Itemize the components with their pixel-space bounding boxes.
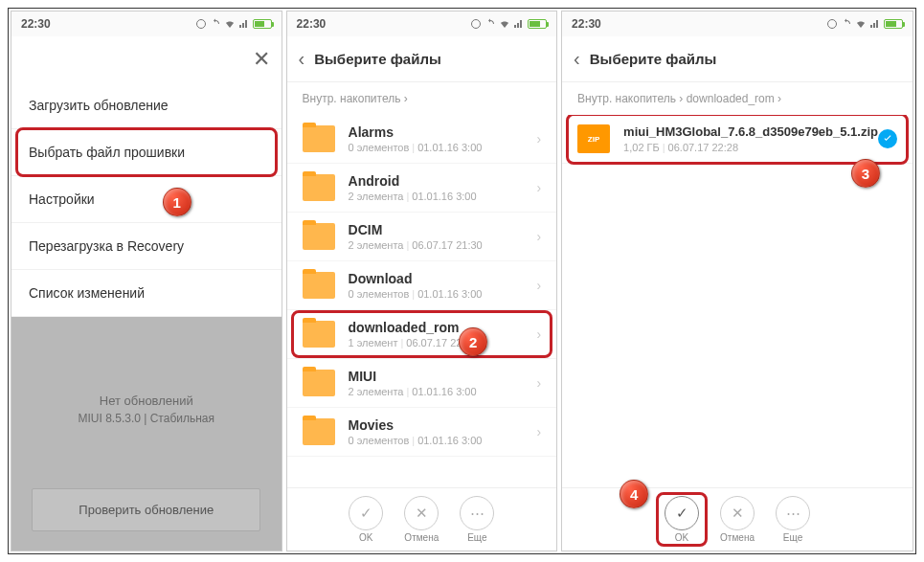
breadcrumb[interactable]: Внутр. накопитель › xyxy=(287,82,557,115)
cancel-button[interactable]: ✕Отмена xyxy=(713,496,761,543)
status-icons xyxy=(826,18,903,30)
folder-alarms[interactable]: Alarms0 элементов|01.01.16 3:00› xyxy=(287,115,557,164)
folder-icon xyxy=(303,321,335,348)
no-updates-subtitle: MIUI 8.5.3.0 | Стабильная xyxy=(79,412,214,425)
status-time: 22:30 xyxy=(572,17,601,31)
chevron-right-icon: › xyxy=(536,229,541,244)
dnd-icon xyxy=(195,18,207,30)
status-icons xyxy=(470,18,547,30)
file-picker-title: Выберите файлы xyxy=(590,51,717,67)
close-icon: ✕ xyxy=(404,496,439,530)
chevron-right-icon: › xyxy=(536,424,541,439)
menu-changelog[interactable]: Список изменений xyxy=(11,270,282,317)
folder-list: Alarms0 элементов|01.01.16 3:00› Android… xyxy=(287,115,557,487)
chevron-right-icon: › xyxy=(536,375,541,391)
folder-icon xyxy=(303,418,335,445)
chevron-right-icon: › xyxy=(536,131,541,146)
menu-reboot-recovery[interactable]: Перезагрузка в Recovery xyxy=(11,223,282,270)
folder-icon xyxy=(303,272,335,299)
no-updates-block: Нет обновлений MIUI 8.5.3.0 | Стабильная xyxy=(79,393,214,425)
bottom-actions: ✓OK ✕Отмена ⋯Еще xyxy=(287,487,557,551)
menu-settings[interactable]: Настройки xyxy=(11,176,282,223)
close-icon[interactable]: ✕ xyxy=(253,47,270,72)
menu-list: Загрузить обновление Выбрать файл прошив… xyxy=(11,82,282,317)
file-zip-firmware[interactable]: ZIP miui_HM3Global_7.6.8_d3509e79eb_5.1.… xyxy=(562,115,913,164)
menu-download-update[interactable]: Загрузить обновление xyxy=(11,82,282,129)
back-icon[interactable]: ‹ xyxy=(299,48,305,70)
battery-icon xyxy=(884,19,903,29)
phone-screen-1: 22:30 ✕ Загрузить обновление Выбрать фай… xyxy=(11,11,282,551)
ok-button[interactable]: ✓OK xyxy=(342,496,390,543)
status-time: 22:30 xyxy=(21,17,51,31)
file-picker-header: ‹ Выберите файлы xyxy=(287,36,557,82)
sync-icon xyxy=(485,18,496,30)
tutorial-composite: 22:30 ✕ Загрузить обновление Выбрать фай… xyxy=(8,8,916,554)
dnd-icon xyxy=(470,18,482,30)
check-icon: ✓ xyxy=(665,496,699,530)
more-icon: ⋯ xyxy=(460,496,494,530)
more-button[interactable]: ⋯Еще xyxy=(453,496,501,543)
menu-header: ✕ xyxy=(11,36,282,82)
signal-icon xyxy=(869,18,881,30)
menu-choose-firmware[interactable]: Выбрать файл прошивки xyxy=(11,129,282,176)
dnd-icon xyxy=(826,18,838,30)
breadcrumb[interactable]: Внутр. накопитель › downloaded_rom › xyxy=(562,82,913,115)
cancel-button[interactable]: ✕Отмена xyxy=(397,496,445,543)
phone-screen-3: 22:30 ‹ Выберите файлы Внутр. накопитель… xyxy=(561,11,913,551)
selected-check-icon xyxy=(878,129,897,148)
back-icon[interactable]: ‹ xyxy=(574,48,580,70)
folder-icon xyxy=(303,125,335,152)
battery-icon xyxy=(253,19,272,29)
folder-list: ZIP miui_HM3Global_7.6.8_d3509e79eb_5.1.… xyxy=(562,115,913,487)
svg-point-2 xyxy=(828,20,837,29)
folder-downloaded-rom[interactable]: downloaded_rom1 элемент|06.07.17 22:27› xyxy=(287,310,557,359)
sync-icon xyxy=(210,18,221,30)
status-time: 22:30 xyxy=(297,17,327,31)
zip-icon: ZIP xyxy=(577,124,610,153)
status-bar: 22:30 xyxy=(562,11,913,36)
battery-icon xyxy=(528,19,547,29)
bottom-actions: ✓ OK ✕Отмена ⋯Еще xyxy=(562,487,913,551)
status-bar: 22:30 xyxy=(11,11,282,36)
file-picker-title: Выберите файлы xyxy=(314,51,441,67)
folder-icon xyxy=(303,174,335,201)
svg-point-0 xyxy=(196,20,205,29)
signal-icon xyxy=(513,18,525,30)
folder-icon xyxy=(303,223,335,250)
update-background: Нет обновлений MIUI 8.5.3.0 | Стабильная… xyxy=(11,317,282,551)
chevron-right-icon: › xyxy=(536,180,541,195)
sync-icon xyxy=(841,18,852,30)
more-icon: ⋯ xyxy=(776,496,810,530)
wifi-icon xyxy=(499,18,510,30)
close-icon: ✕ xyxy=(720,496,755,530)
status-bar: 22:30 xyxy=(287,11,557,36)
signal-icon xyxy=(238,18,250,30)
no-updates-title: Нет обновлений xyxy=(79,393,214,408)
chevron-right-icon: › xyxy=(536,278,541,293)
folder-download[interactable]: Download0 элементов|01.01.16 3:00› xyxy=(287,261,557,310)
folder-dcim[interactable]: DCIM2 элемента|06.07.17 21:30› xyxy=(287,213,557,261)
phone-screen-2: 22:30 ‹ Выберите файлы Внутр. накопитель… xyxy=(286,11,558,551)
folder-miui[interactable]: MIUI2 элемента|01.01.16 3:00› xyxy=(287,359,557,408)
chevron-right-icon: › xyxy=(536,326,541,342)
check-update-button[interactable]: Проверить обновление xyxy=(32,488,260,531)
svg-point-1 xyxy=(472,20,481,29)
more-button[interactable]: ⋯Еще xyxy=(769,496,817,543)
folder-movies[interactable]: Movies0 элементов|01.01.16 3:00› xyxy=(287,408,557,457)
wifi-icon xyxy=(224,18,236,30)
file-picker-header: ‹ Выберите файлы xyxy=(562,36,913,82)
status-icons xyxy=(195,18,272,30)
wifi-icon xyxy=(855,18,867,30)
ok-button[interactable]: ✓ OK xyxy=(658,496,706,543)
check-icon: ✓ xyxy=(349,496,383,530)
folder-android[interactable]: Android2 элемента|01.01.16 3:00› xyxy=(287,164,557,213)
folder-icon xyxy=(303,370,335,396)
